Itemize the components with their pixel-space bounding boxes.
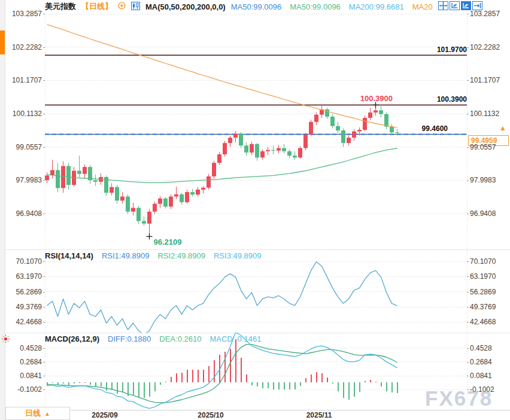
axis-tick <box>43 292 45 293</box>
axis-label: 42.4668 <box>0 318 42 326</box>
axis-label: 49.3769 <box>470 303 508 311</box>
date-label: 2025/09 <box>92 411 117 419</box>
date-label: 2025/10 <box>198 411 223 419</box>
triangle-up-icon: ▲ <box>44 410 50 417</box>
alert-sun-icon[interactable] <box>1 334 10 345</box>
axis-label: 49.3769 <box>0 303 42 311</box>
legend-item: MA50:99.0096 <box>231 2 282 11</box>
axis-tick <box>467 276 469 277</box>
legend-item: DEA:0.2610 <box>159 334 201 343</box>
axis-label: 97.9983 <box>470 176 508 184</box>
axis-tick <box>467 389 469 390</box>
axis-label: 99.0557 <box>0 143 42 151</box>
axis-label: 0.2684 <box>470 358 508 366</box>
axis-label: 42.4668 <box>470 318 508 326</box>
macd-legend: DIFF:0.1880DEA:0.2610MACD:-0.1461 <box>108 334 261 343</box>
legend-item: RSI3:49.8909 <box>214 251 262 260</box>
left-scrollbar[interactable] <box>0 0 5 420</box>
date-label: 2025/11 <box>306 411 332 419</box>
axis-tick <box>467 80 469 81</box>
axis-tick <box>467 376 469 376</box>
pan-right-icon[interactable] <box>472 1 482 12</box>
axis-tick <box>43 276 45 277</box>
rsi-header: RSI(14,14,14) <box>45 251 93 260</box>
axis-label: 96.9408 <box>470 209 508 218</box>
axis-tick <box>467 14 469 14</box>
axis-tick <box>467 180 469 181</box>
level-line-label: 101.9700 <box>383 45 467 54</box>
macd-header: MACD(26,12,9) <box>45 334 99 343</box>
high-price-label: 100.3900 <box>341 95 393 103</box>
axis-label: 100.1132 <box>470 109 508 118</box>
axis-tick <box>467 47 469 48</box>
axis-tick <box>467 307 469 308</box>
legend-item: MA50:99.0096 <box>290 2 341 11</box>
scrollbar-thumb[interactable] <box>0 31 5 54</box>
axis-label: 101.1707 <box>0 76 42 84</box>
axis-label: 0.0841 <box>0 372 42 380</box>
add-indicator-icon[interactable] <box>118 2 126 11</box>
period-badge: 【日线】 <box>81 1 113 12</box>
chart-toolbar <box>438 1 482 12</box>
chart-title: 美元指数 <box>45 1 76 12</box>
price-up-arrow-icon: ▲ <box>499 124 506 132</box>
axis-tick <box>467 147 469 148</box>
axis-tick <box>43 261 45 262</box>
axis-label: 0.4528 <box>470 344 508 352</box>
axis-label: 102.2282 <box>0 43 42 51</box>
axis-label: -0.1002 <box>0 385 42 394</box>
axis-label: 0.2684 <box>0 358 42 366</box>
axis-label: 70.1070 <box>0 257 42 266</box>
axis-tick <box>43 322 45 322</box>
axis-label: 96.9408 <box>0 209 42 218</box>
axis-tick <box>43 214 45 214</box>
legend-item: MA200:99.6681 <box>349 2 404 11</box>
rsi-header-row: RSI(14,14,14) RSI1:49.8909RSI2:49.8909RS… <box>45 251 261 260</box>
legend-item: RSI1:49.8909 <box>102 251 150 260</box>
level-line-label: 100.3900 <box>383 95 467 104</box>
axis-tick <box>467 292 469 293</box>
low-price-label: 96.2109 <box>154 238 182 246</box>
axis-label: 56.2869 <box>0 288 42 296</box>
axis-tick <box>43 147 45 148</box>
axis-tick <box>43 180 45 181</box>
axis-tick <box>43 376 45 376</box>
kline-chart-icon[interactable] <box>131 2 140 12</box>
axis-label: 97.9983 <box>0 176 42 184</box>
axis-label: 63.1970 <box>0 272 42 281</box>
chart-header: 美元指数 【日线】 MA(50,50,200,200,0,0) MA50:99.… <box>5 0 510 13</box>
axis-label: -0.1002 <box>470 385 508 394</box>
ma-legend: MA50:99.0096MA50:99.0096MA200:99.6681MA2… <box>231 2 433 11</box>
axis-tick <box>467 114 469 114</box>
period-selector-label: 日线 <box>25 408 41 419</box>
chart-window: 美元指数 【日线】 MA(50,50,200,200,0,0) MA50:99.… <box>0 0 510 420</box>
axis-tick <box>43 47 45 48</box>
axis-tick <box>43 80 45 81</box>
legend-item: MA20 <box>412 2 433 11</box>
legend-item: RSI2:49.8909 <box>157 251 205 260</box>
axis-label: 101.1707 <box>470 76 508 84</box>
axis-tick <box>43 114 45 114</box>
move-icon[interactable] <box>438 1 448 12</box>
axis-label: 0.0841 <box>470 372 508 380</box>
level-line-label: 99.4600 <box>364 124 448 133</box>
axis-tick <box>467 362 469 363</box>
date-axis-bar <box>0 410 510 420</box>
legend-item: MACD:-0.1461 <box>210 334 261 343</box>
axis-tick <box>43 14 45 14</box>
axis-label: 102.2282 <box>470 43 508 51</box>
axis-tick <box>43 307 45 308</box>
rsi-legend: RSI1:49.8909RSI2:49.8909RSI3:49.8909 <box>102 251 262 260</box>
axis-label: 99.0557 <box>470 143 508 151</box>
ma-settings-label: MA(50,50,200,200,0,0) <box>145 2 226 11</box>
axis-scale-active-icon[interactable] <box>461 1 471 12</box>
axis-tick <box>467 322 469 322</box>
axis-tick <box>467 214 469 214</box>
axis-tick <box>43 348 45 349</box>
axis-tick <box>43 362 45 363</box>
axis-scale-icon[interactable] <box>450 1 460 12</box>
axis-label: 56.2869 <box>470 288 508 296</box>
period-selector[interactable]: 日线 ▲ <box>5 407 70 420</box>
chart-canvas[interactable] <box>0 0 510 420</box>
axis-label: 70.1070 <box>470 257 508 266</box>
